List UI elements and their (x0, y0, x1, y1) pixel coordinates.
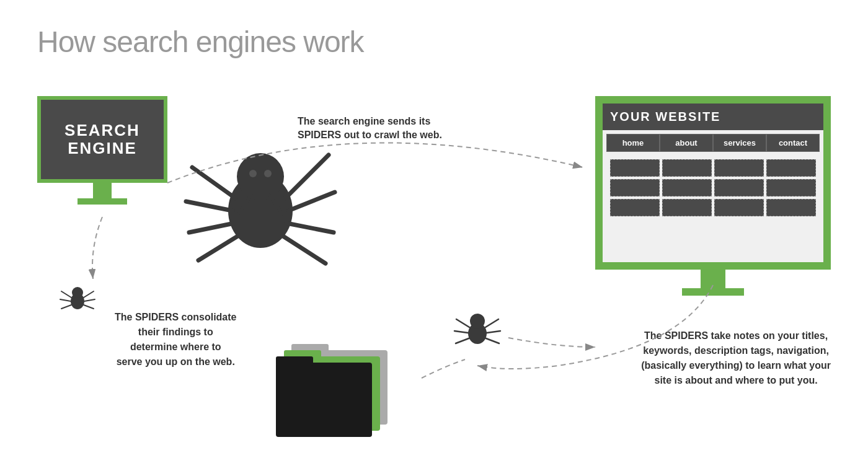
website-header-bar: YOUR WEBSITE (603, 104, 823, 130)
svg-point-23 (470, 314, 485, 328)
content-block (714, 159, 764, 177)
svg-line-24 (456, 319, 469, 327)
website-nav: home about services contact (606, 134, 820, 152)
content-block (610, 179, 660, 196)
nav-item-about: about (660, 134, 713, 152)
svg-line-4 (192, 167, 236, 198)
svg-point-15 (72, 287, 83, 298)
page-title: How search engines work (37, 25, 364, 59)
svg-line-16 (61, 291, 71, 298)
folder-stack (273, 338, 397, 437)
svg-line-10 (286, 223, 334, 232)
content-block (662, 179, 712, 196)
svg-line-6 (189, 223, 234, 232)
content-block (766, 179, 816, 196)
content-block (610, 159, 660, 177)
search-engine-monitor: SEARCH ENGINE (37, 96, 167, 205)
svg-line-21 (84, 305, 94, 309)
monitor-label: SEARCH ENGINE (64, 121, 140, 157)
svg-line-29 (486, 338, 499, 343)
website-monitor-frame: YOUR WEBSITE home about services contact (595, 96, 831, 270)
content-block (662, 199, 712, 216)
spider-small-mid (453, 304, 502, 353)
monitor-stand (93, 183, 112, 198)
svg-point-1 (237, 153, 284, 200)
svg-line-7 (198, 236, 239, 260)
svg-line-17 (60, 299, 71, 301)
monitor-screen: SEARCH ENGINE (37, 96, 167, 183)
svg-line-27 (485, 319, 498, 327)
svg-rect-34 (276, 363, 372, 437)
svg-point-2 (249, 170, 257, 177)
svg-line-28 (487, 331, 500, 333)
nav-item-services: services (713, 134, 766, 152)
svg-line-11 (282, 236, 326, 263)
content-block (766, 199, 816, 216)
svg-line-18 (61, 305, 71, 309)
svg-line-20 (84, 299, 95, 301)
content-block (714, 199, 764, 216)
website-content (606, 156, 820, 220)
website-stand (701, 270, 725, 288)
annotation-mid-left: The SPIDERS consolidatetheir findings to… (115, 310, 237, 369)
nav-item-home: home (606, 134, 660, 152)
spider-small-left (59, 279, 96, 316)
annotation-bottom-right: The SPIDERS take notes on your titles,ke… (641, 328, 831, 388)
svg-line-26 (456, 338, 469, 343)
monitor-base (78, 198, 127, 205)
content-block (662, 159, 712, 177)
website-monitor: YOUR WEBSITE home about services contact (595, 96, 831, 296)
svg-line-9 (288, 192, 335, 211)
content-block (610, 199, 660, 216)
website-monitor-screen: YOUR WEBSITE home about services contact (603, 104, 823, 262)
nav-item-contact: contact (766, 134, 820, 152)
svg-line-25 (454, 331, 468, 333)
svg-rect-35 (276, 356, 313, 366)
svg-point-3 (264, 170, 272, 177)
svg-line-8 (285, 155, 329, 198)
content-block (714, 179, 764, 196)
svg-line-5 (186, 201, 232, 211)
svg-line-19 (84, 291, 94, 298)
content-block (766, 159, 816, 177)
annotation-top: The search engine sends its SPIDERS out … (298, 115, 471, 143)
website-base (682, 288, 744, 296)
